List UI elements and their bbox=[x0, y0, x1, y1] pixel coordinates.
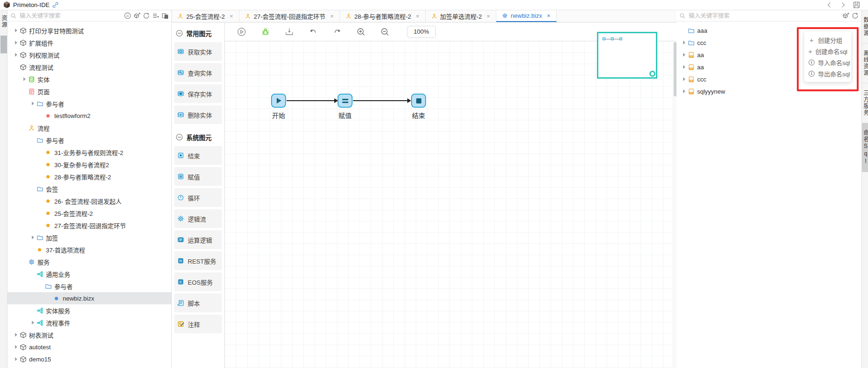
tree-item[interactable]: 页面 bbox=[7, 85, 171, 97]
flow-canvas[interactable]: 开始 赋值 结束 bbox=[225, 41, 677, 368]
link-icon[interactable] bbox=[52, 1, 59, 8]
palette-item[interactable]: 查询实体 bbox=[174, 63, 222, 82]
sort-list-icon[interactable] bbox=[152, 12, 159, 19]
run-icon[interactable] bbox=[237, 27, 246, 37]
nav-back-icon[interactable] bbox=[825, 1, 833, 9]
editor-tab[interactable]: 27-会签流程-回退指定环节× bbox=[239, 10, 340, 22]
minimap[interactable] bbox=[597, 32, 657, 79]
refresh-icon[interactable] bbox=[143, 12, 150, 19]
refresh-icon[interactable] bbox=[852, 12, 859, 19]
palette-item[interactable]: 删除实体 bbox=[174, 105, 222, 124]
palette-item[interactable]: EEOS服务 bbox=[174, 272, 222, 291]
minus-circle-icon[interactable] bbox=[176, 133, 183, 141]
tree-item[interactable]: 加签 bbox=[7, 231, 171, 243]
expand-arrow-icon[interactable] bbox=[680, 65, 688, 69]
panel-toggle-icon[interactable] bbox=[162, 12, 169, 19]
tree-item[interactable]: 扩展组件 bbox=[7, 37, 171, 49]
rail-tab-命名Sql[interactable]: 命名Sql bbox=[862, 123, 868, 172]
context-menu-item[interactable]: 导入命名sql bbox=[804, 57, 851, 68]
expand-arrow-icon[interactable] bbox=[680, 53, 688, 57]
expand-arrow-icon[interactable] bbox=[12, 345, 20, 349]
tree-item[interactable]: 31-业务参与者规则流程-2 bbox=[7, 146, 171, 158]
palette-item[interactable]: 注释 bbox=[174, 315, 222, 333]
rail-tab-resources[interactable]: 资源 bbox=[0, 10, 7, 33]
palette-section-header[interactable]: 常用图元 bbox=[172, 22, 224, 42]
palette-item[interactable]: 运算逻辑 bbox=[174, 230, 222, 249]
tree-item[interactable]: 参与者 bbox=[7, 134, 171, 146]
tree-item[interactable]: 26- 会签流程-回退发起人 bbox=[7, 195, 171, 207]
debug-icon[interactable] bbox=[261, 27, 270, 37]
zoom-level-button[interactable]: 100% bbox=[407, 26, 436, 38]
tree-item[interactable]: newbiz.bizx bbox=[7, 292, 171, 304]
rail-tab-三方服务[interactable]: 三方服务 bbox=[862, 83, 868, 123]
tree-item[interactable]: 30-复杂参与者流程2 bbox=[7, 158, 171, 170]
expand-arrow-icon[interactable] bbox=[680, 41, 688, 44]
tree-item[interactable]: 列权限测试 bbox=[7, 49, 171, 61]
rail-tab-离线资源[interactable]: 离线资源 bbox=[862, 44, 868, 83]
expand-arrow-icon[interactable] bbox=[680, 77, 688, 81]
save-icon[interactable] bbox=[853, 1, 861, 9]
cube-add-icon[interactable] bbox=[133, 12, 140, 19]
close-icon[interactable]: × bbox=[330, 13, 334, 20]
zoom-out-icon[interactable] bbox=[380, 27, 390, 37]
close-icon[interactable]: × bbox=[547, 12, 551, 19]
expand-arrow-icon[interactable] bbox=[29, 102, 37, 105]
tree-item[interactable]: autotest bbox=[7, 341, 171, 353]
tree-item[interactable]: sqlyyynew bbox=[677, 85, 861, 97]
tree-item[interactable]: 参与者 bbox=[7, 97, 171, 110]
expand-arrow-icon[interactable] bbox=[21, 77, 28, 81]
tree-item[interactable]: 实体 bbox=[7, 73, 171, 85]
tree-item[interactable]: 流程 bbox=[7, 122, 171, 134]
palette-item[interactable]: 逻辑流 bbox=[174, 209, 222, 228]
canvas-scrollbar[interactable] bbox=[673, 41, 677, 368]
expand-arrow-icon[interactable] bbox=[29, 321, 37, 324]
context-menu-item[interactable]: +创建命名sql bbox=[804, 45, 851, 57]
expand-arrow-icon[interactable] bbox=[12, 53, 20, 57]
tree-item[interactable]: 服务 bbox=[7, 256, 171, 268]
expand-arrow-icon[interactable] bbox=[12, 357, 20, 361]
close-icon[interactable]: × bbox=[486, 13, 490, 20]
flow-node-end[interactable] bbox=[411, 94, 426, 108]
expand-arrow-icon[interactable] bbox=[12, 29, 20, 32]
editor-tab[interactable]: newbiz.bizx× bbox=[496, 10, 557, 22]
right-search-input[interactable] bbox=[688, 12, 840, 20]
close-icon[interactable]: × bbox=[229, 13, 233, 20]
palette-item[interactable]: 循环 bbox=[174, 188, 222, 207]
ai-icon[interactable]: AI bbox=[124, 12, 131, 19]
expand-arrow-icon[interactable] bbox=[12, 333, 20, 337]
expand-arrow-icon[interactable] bbox=[12, 41, 20, 44]
palette-item[interactable]: 获取实体 bbox=[174, 42, 222, 61]
flow-node-assign[interactable] bbox=[338, 94, 353, 108]
redo-icon[interactable] bbox=[332, 27, 342, 37]
tree-item[interactable]: 37-首选项流程 bbox=[7, 243, 171, 256]
tree-item[interactable]: 通用业务 bbox=[7, 268, 171, 280]
palette-item[interactable]: 结束 bbox=[174, 146, 222, 165]
editor-tab[interactable]: 25-会签流程-2× bbox=[172, 10, 239, 22]
editor-tab[interactable]: 加签单选流程-2× bbox=[426, 10, 496, 22]
context-menu-item[interactable]: +创建分组 bbox=[804, 34, 851, 45]
deploy-icon[interactable] bbox=[285, 27, 294, 37]
tree-item[interactable]: 会签 bbox=[7, 183, 171, 195]
close-icon[interactable]: × bbox=[416, 13, 419, 20]
zoom-in-icon[interactable] bbox=[356, 27, 366, 37]
flow-node-start[interactable] bbox=[271, 94, 286, 108]
tree-item[interactable]: 流程测试 bbox=[7, 61, 171, 73]
tree-item[interactable]: testflowform2 bbox=[7, 110, 171, 122]
tree-item[interactable]: 树表测试 bbox=[7, 329, 171, 341]
tree-item[interactable]: 参与者 bbox=[7, 280, 171, 292]
palette-item[interactable]: 脚本 bbox=[174, 294, 222, 312]
cube-add-icon[interactable] bbox=[842, 12, 849, 19]
palette-item[interactable]: 赋值 bbox=[174, 167, 222, 186]
expand-arrow-icon[interactable] bbox=[29, 236, 37, 239]
tree-item[interactable]: 实体服务 bbox=[7, 304, 171, 316]
expand-arrow-icon[interactable] bbox=[680, 89, 688, 93]
undo-icon[interactable] bbox=[309, 27, 318, 37]
minus-circle-icon[interactable] bbox=[176, 29, 183, 37]
rail-tab-数据源[interactable]: 数据源 bbox=[862, 10, 868, 44]
left-search-input[interactable] bbox=[19, 12, 122, 20]
tree-item[interactable]: demo15 bbox=[7, 353, 171, 365]
tree-item[interactable]: 打印分享甘特图测试 bbox=[7, 24, 171, 37]
tree-item[interactable]: 28-参与者策略流程-2 bbox=[7, 170, 171, 183]
editor-tab[interactable]: 28-参与者策略流程-2× bbox=[340, 10, 426, 22]
context-menu-item[interactable]: 导出命名sql bbox=[804, 68, 851, 79]
